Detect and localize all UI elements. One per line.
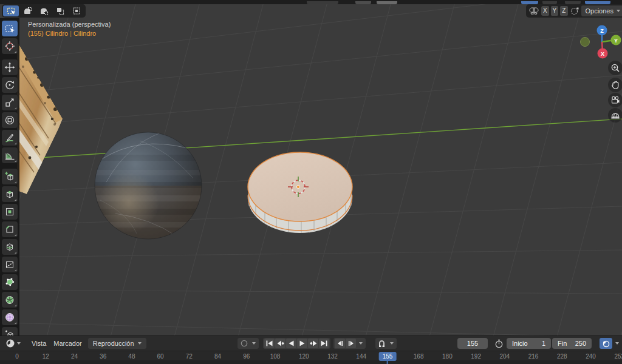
mirror-y-button[interactable]: Y <box>551 6 559 16</box>
gizmo-z-ball[interactable]: Z <box>597 25 607 36</box>
ruler-frame-label: 192 <box>471 353 481 360</box>
tool-transform-button[interactable] <box>2 112 18 128</box>
keying-set-chevron[interactable] <box>250 339 258 348</box>
timeline-header: Vista Marcador Reproducción <box>0 336 622 351</box>
topbar-sliver <box>585 1 610 4</box>
menu-marcador[interactable]: Marcador <box>50 340 85 347</box>
playback-sync-button[interactable] <box>600 338 612 349</box>
zoom-button[interactable] <box>608 61 622 75</box>
ruler-frame-label: 204 <box>499 353 510 360</box>
tool-select-box-button[interactable] <box>2 21 18 36</box>
frame-end-field[interactable]: Fin 250 <box>552 338 592 349</box>
frame-step-chevron[interactable] <box>357 339 364 348</box>
options-dropdown-button[interactable]: Opciones <box>581 5 622 16</box>
navigation-gizmo[interactable]: Z Y X <box>578 22 622 61</box>
next-frame-button[interactable] <box>346 339 356 348</box>
view-name-label: Personalizada (perspectiva) <box>28 20 111 29</box>
proportional-editing-button[interactable] <box>570 5 579 16</box>
stopwatch-icon[interactable] <box>494 339 504 348</box>
menu-vista[interactable]: Vista <box>28 340 50 347</box>
topbar-sliver <box>521 1 538 4</box>
tool-rotate-button[interactable] <box>2 77 18 93</box>
sync-chevron-icon[interactable] <box>615 342 619 345</box>
tool-extrude-region-button[interactable] <box>2 186 18 202</box>
select-mode-invert-button[interactable] <box>52 5 68 16</box>
select-mode-extend-button[interactable] <box>19 5 35 16</box>
tool-inset-faces-button[interactable] <box>2 204 18 220</box>
mirror-x-button[interactable]: X <box>541 6 549 16</box>
tool-bevel-button[interactable] <box>2 221 18 237</box>
sphere-object[interactable] <box>95 132 202 240</box>
jump-to-start-button[interactable] <box>264 339 275 348</box>
ruler-frame-label: 108 <box>270 353 281 360</box>
select-mode-set-button[interactable] <box>3 5 19 16</box>
gizmo-neg-y-ball[interactable] <box>581 38 590 47</box>
select-mode-subtract-button[interactable] <box>36 5 52 16</box>
play-button[interactable] <box>297 339 307 348</box>
select-mode-intersect-button[interactable] <box>69 5 84 16</box>
next-keyframe-button[interactable] <box>308 339 318 348</box>
tool-spin-button[interactable] <box>2 292 18 308</box>
tool-poly-build-button[interactable] <box>2 274 18 290</box>
ruler-frame-label: 240 <box>586 353 596 360</box>
play-reverse-button[interactable] <box>286 339 296 348</box>
tool-knife-button[interactable] <box>2 257 18 272</box>
current-frame-field[interactable]: 155 <box>457 338 488 349</box>
topbar-sliver <box>542 1 557 4</box>
playback-menu-label: Reproducción <box>93 340 134 347</box>
tool-add-cube-button[interactable] <box>2 169 18 184</box>
svg-text:Y: Y <box>614 38 618 44</box>
options-label: Opciones <box>586 7 613 15</box>
tool-scale-button[interactable] <box>2 95 18 110</box>
ortho-toggle-button[interactable] <box>608 108 622 123</box>
frame-start-field[interactable]: Inicio 1 <box>507 338 551 349</box>
svg-text:Z: Z <box>600 28 604 34</box>
select-mode-cluster <box>2 4 86 18</box>
viewport-3d[interactable] <box>0 0 622 364</box>
tool-smooth-button[interactable] <box>2 309 18 325</box>
topbar-cutoff <box>0 0 622 4</box>
gizmo-x-ball[interactable]: X <box>598 49 608 59</box>
topbar-sliver <box>307 1 338 4</box>
auto-keying-button[interactable] <box>239 339 249 348</box>
cylinder-object[interactable] <box>248 152 352 233</box>
transport-controls <box>263 338 330 349</box>
ruler-frame-label: 72 <box>186 353 193 360</box>
tool-annotate-button[interactable] <box>2 130 18 146</box>
gizmo-y-ball[interactable]: Y <box>611 35 621 46</box>
y-axis-line <box>12 119 622 160</box>
prev-keyframe-button[interactable] <box>275 339 285 348</box>
end-label: Fin <box>558 340 567 347</box>
start-label: Inicio <box>512 340 528 347</box>
tool-cursor-button[interactable] <box>2 38 18 54</box>
playhead[interactable]: 155 <box>379 352 397 364</box>
keying-group <box>238 338 259 349</box>
ruler-frame-label: 48 <box>128 353 135 360</box>
snap-chevron[interactable] <box>388 339 395 348</box>
camera-view-button[interactable] <box>608 93 622 107</box>
menu-reproduccion[interactable]: Reproducción <box>88 338 146 349</box>
jump-to-end-button[interactable] <box>319 339 329 348</box>
chevron-down-icon <box>138 342 142 345</box>
timeline-ruler[interactable]: 155 012243648607284961081201321441681801… <box>0 351 622 364</box>
tool-loop-cut-button[interactable] <box>2 239 18 255</box>
ruler-frame-label: 228 <box>557 353 567 360</box>
current-frame-value: 155 <box>467 340 478 347</box>
ruler-frame-label: 132 <box>327 353 338 360</box>
ruler-frame-label: 60 <box>157 353 164 360</box>
ruler-frame-label: 144 <box>356 353 366 360</box>
tool-move-button[interactable] <box>2 59 18 75</box>
viewport-overlay-text: Personalizada (perspectiva) (155) Cilind… <box>28 20 111 38</box>
tool-measure-button[interactable] <box>2 147 18 163</box>
editor-type-button[interactable] <box>4 339 17 348</box>
prev-frame-button[interactable] <box>335 339 345 348</box>
header-right-cluster: X Y Z Opciones <box>526 4 622 18</box>
ruler-frame-label: 168 <box>414 353 424 360</box>
editor-type-chevron-icon[interactable] <box>17 342 21 345</box>
ruler-frame-label: 0 <box>15 353 19 360</box>
pan-view-button[interactable] <box>608 78 622 92</box>
frame-step-group <box>333 338 366 349</box>
snap-magnet-button[interactable] <box>377 339 387 348</box>
topbar-sliver <box>377 1 397 4</box>
mirror-z-button[interactable]: Z <box>560 6 568 16</box>
